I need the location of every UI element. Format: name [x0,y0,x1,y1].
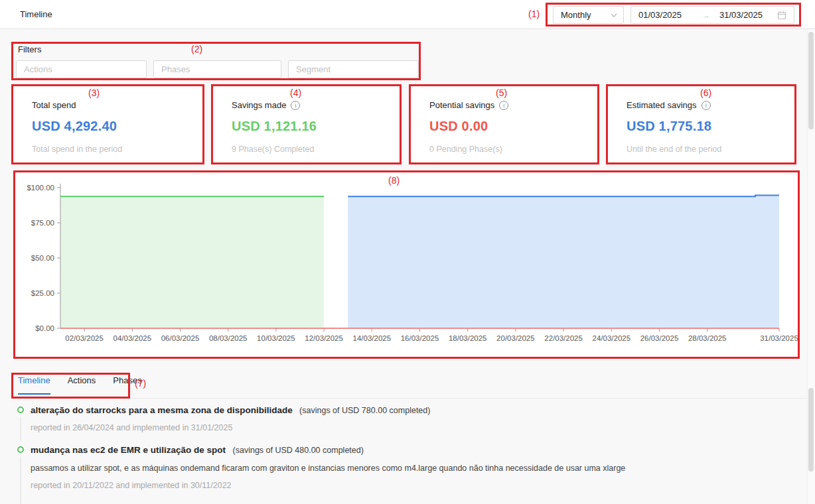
estimated-savings-card: Estimated savings i USD 1,775.18 Until t… [606,84,796,164]
savings-made-subtitle: 9 Phase(s) Completed [232,145,401,154]
date-to-value[interactable]: 31/03/2025 [719,10,771,20]
timeline-connector [20,417,21,441]
savings-area-chart: $0.00$25.00$50.00$75.00$100.0002/03/2025… [17,170,800,355]
y-tick-label: $25.00 [31,289,54,297]
savings-made-area [60,196,324,328]
savings-made-value: USD 1,121.16 [232,119,401,134]
savings-made-card: Savings made i USD 1,121.16 9 Phase(s) C… [211,84,402,164]
page-title: Timeline [20,9,52,19]
app-screen: Timeline Monthly 01/03/2025 → 31/03/2025… [0,0,815,504]
x-tick-label: 10/03/2025 [257,334,295,342]
x-tick-label: 02/03/2025 [65,334,104,342]
x-tick-label: 22/03/2025 [544,334,583,342]
annotation-label-2: (2) [191,44,202,54]
timeline-item-savings-note: (savings of USD 780.00 completed) [299,406,430,415]
x-tick-label: 16/03/2025 [401,334,439,342]
tab-actions[interactable]: Actions [68,375,96,395]
savings-made-title: Savings made [232,100,286,110]
y-tick-label: $100.00 [27,184,54,192]
x-tick-label: 24/03/2025 [593,334,631,342]
x-tick-label: 31/03/2025 [760,334,798,342]
potential-savings-title: Potential savings [429,100,494,110]
date-range-picker[interactable]: 01/03/2025 → 31/03/2025 [630,6,794,24]
bottom-tabs: Timeline Actions Phases [18,375,142,395]
x-tick-label: 28/03/2025 [688,334,727,342]
total-spend-subtitle: Total spend in the period [32,145,204,154]
x-tick-label: 06/03/2025 [161,334,200,342]
x-tick-label: 08/03/2025 [209,334,248,342]
x-tick-label: 14/03/2025 [353,334,392,342]
x-tick-label: 04/03/2025 [113,334,152,342]
timeline-connector [20,457,21,504]
range-arrow-icon: → [702,11,719,20]
y-tick-label: $0.00 [35,324,54,332]
tab-timeline[interactable]: Timeline [18,375,50,395]
x-tick-label: 18/03/2025 [449,334,487,342]
x-tick-label: 20/03/2025 [496,334,535,342]
chevron-down-icon [610,11,618,19]
timeline-item-title: alteração do starrocks para a mesma zona… [31,405,293,415]
estimated-savings-area [348,195,779,328]
potential-savings-subtitle: 0 Pending Phase(s) [429,145,599,154]
potential-savings-card: Potential savings i USD 0.00 0 Pending P… [409,84,599,164]
x-tick-label: 12/03/2025 [305,334,343,342]
period-select[interactable]: Monthly [553,6,624,24]
tabs-divider [11,398,807,399]
header-bar: Timeline Monthly 01/03/2025 → 31/03/2025 [0,0,815,29]
timeline-item-title: mudança nas ec2 de EMR e utilização de s… [31,445,226,455]
info-icon[interactable]: i [291,101,300,110]
estimated-savings-subtitle: Until the end of the period [627,145,796,154]
total-spend-card: Total spend USD 4,292.40 Total spend in … [11,84,204,164]
y-tick-label: $50.00 [31,254,54,262]
estimated-savings-line [348,195,779,196]
potential-savings-value: USD 0.00 [429,119,599,134]
timeline-item[interactable]: alteração do starrocks para a mesma zona… [31,404,430,432]
period-select-value: Monthly [561,10,610,20]
estimated-savings-value: USD 1,775.18 [627,119,796,134]
timeline-item-meta: reported in 26/04/2024 and implemented i… [31,423,430,432]
info-icon[interactable]: i [702,101,711,110]
filters-title: Filters [18,44,41,54]
y-tick-label: $75.00 [31,219,54,227]
scrollbar-thumb[interactable] [808,32,814,129]
timeline-item-meta: reported in 20/11/2022 and implemented i… [31,481,625,490]
timeline-dot [17,446,24,453]
tab-phases[interactable]: Phases [113,375,141,395]
info-icon[interactable]: i [499,101,508,110]
phases-filter-input[interactable] [153,60,281,78]
total-spend-value: USD 4,292.40 [32,119,204,134]
date-from-value[interactable]: 01/03/2025 [638,10,702,20]
timeline-item[interactable]: mudança nas ec2 de EMR e utilização de s… [31,444,625,490]
calendar-icon [777,11,786,20]
x-tick-label: 26/03/2025 [640,334,679,342]
actions-filter-input[interactable] [16,60,147,78]
scrollbar-thumb[interactable] [808,388,814,472]
total-spend-title: Total spend [32,100,76,110]
timeline-item-description: passamos a utilizar spot, e as máquinas … [31,464,625,473]
timeline-dot [17,407,24,413]
estimated-savings-title: Estimated savings [627,100,697,110]
timeline-item-savings-note: (savings of USD 480.00 completed) [233,446,364,455]
segment-filter-input[interactable] [288,60,419,78]
